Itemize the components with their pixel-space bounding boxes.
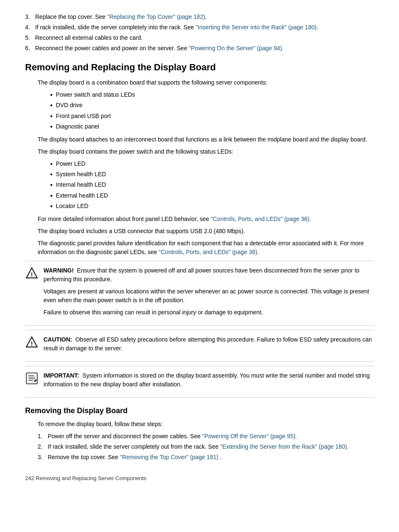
list-num: 6. bbox=[25, 44, 35, 53]
list-text: Reconnect all external cables to the car… bbox=[35, 33, 143, 42]
section1-body: The display board is a combination board… bbox=[25, 78, 374, 257]
link-controls-ports-leds2[interactable]: "Controls, Ports, and LEDs" (page 36). bbox=[159, 249, 259, 255]
bullet-item: Front panel USB port bbox=[50, 112, 374, 121]
important-box: IMPORTANT: System information is stored … bbox=[25, 366, 374, 398]
section1-para4: For more detailed information about fron… bbox=[38, 215, 374, 224]
list-num: 3. bbox=[25, 13, 35, 21]
caution-text: CAUTION: Observe all ESD safety precauti… bbox=[43, 335, 374, 353]
warning-content: WARNING! Ensure that the system is power… bbox=[43, 266, 374, 320]
caution-icon: ! bbox=[25, 335, 38, 348]
link-extending-server[interactable]: "Extending the Server from the Rack" (pa… bbox=[220, 443, 348, 450]
link-removing-top-cover[interactable]: "Removing the Top Cover" (page 181) bbox=[120, 454, 218, 460]
bullet-item: Power LED bbox=[50, 159, 374, 169]
list-num: 1. bbox=[38, 432, 48, 441]
section2-heading: Removing the Display Board bbox=[25, 405, 374, 416]
caution-triangle-icon: ! bbox=[26, 336, 38, 348]
bullet-item: DVD drive bbox=[50, 101, 374, 110]
section2-para1: To remove the display board, follow thes… bbox=[38, 420, 374, 429]
link-inserting-server[interactable]: "Inserting the Server into the Rack" (pa… bbox=[196, 24, 318, 31]
warning-text1: WARNING! Ensure that the system is power… bbox=[43, 266, 374, 284]
bullet-item: Internal health LED bbox=[50, 180, 374, 190]
section2-steps: 1. Power off the server and disconnect t… bbox=[38, 432, 374, 462]
svg-text:!: ! bbox=[31, 271, 33, 278]
bullets1: Power switch and status LEDs DVD drive F… bbox=[50, 90, 374, 132]
list-text: Remove the top cover. See "Removing the … bbox=[48, 453, 222, 462]
list-item: 6. Reconnect the power cables and power … bbox=[25, 44, 374, 53]
list-text: If rack installed, slide the server comp… bbox=[35, 23, 318, 32]
bullet-item: System health LED bbox=[50, 170, 374, 179]
important-note-icon bbox=[26, 372, 38, 385]
list-item: 3. Remove the top cover. See "Removing t… bbox=[38, 453, 374, 462]
list-item: 4. If rack installed, slide the server c… bbox=[25, 23, 374, 32]
bullets2: Power LED System health LED Internal hea… bbox=[50, 159, 374, 211]
caution-box: ! CAUTION: Observe all ESD safety precau… bbox=[25, 330, 374, 362]
section1-para2: The display board attaches to an interco… bbox=[38, 135, 374, 144]
link-powering-on[interactable]: "Powering On the Server" (page 94). bbox=[189, 45, 284, 51]
important-content: IMPORTANT: System information is stored … bbox=[43, 371, 374, 392]
section1-para1: The display board is a combination board… bbox=[38, 78, 374, 87]
list-item: 3. Replace the top cover. See "Replacing… bbox=[25, 13, 374, 21]
warning-label: WARNING! bbox=[43, 267, 74, 274]
list-text: Reconnect the power cables and power on … bbox=[35, 44, 284, 53]
svg-text:!: ! bbox=[31, 340, 33, 347]
list-num: 5. bbox=[25, 33, 35, 42]
bullet-item: Diagnostic panel bbox=[50, 122, 374, 131]
section1-heading: Removing and Replacing the Display Board bbox=[25, 60, 374, 74]
section2-body: To remove the display board, follow thes… bbox=[25, 420, 374, 462]
important-label: IMPORTANT: bbox=[43, 372, 79, 379]
list-item: 5. Reconnect all external cables to the … bbox=[25, 33, 374, 42]
section1-para5: The display board includes a USB connect… bbox=[38, 227, 374, 236]
section1-para3: The display board contains the power swi… bbox=[38, 147, 374, 156]
list-item: 2. If rack installed, slide the server c… bbox=[38, 442, 374, 451]
intro-list: 3. Replace the top cover. See "Replacing… bbox=[25, 13, 374, 53]
list-text: Replace the top cover. See "Replacing th… bbox=[35, 13, 207, 21]
bullet-item: Power switch and status LEDs bbox=[50, 90, 374, 100]
caution-label: CAUTION: bbox=[43, 336, 72, 343]
bullet-item: External health LED bbox=[50, 191, 374, 200]
section1-para6: The diagnostic panel provides failure id… bbox=[38, 239, 374, 257]
warning-icon: ! bbox=[25, 266, 38, 279]
list-item: 1. Power off the server and disconnect t… bbox=[38, 432, 374, 441]
page-content: 3. Replace the top cover. See "Replacing… bbox=[25, 13, 374, 482]
warning-text3: Failure to observe this warning can resu… bbox=[43, 308, 374, 317]
link-powering-off[interactable]: "Powering Off the Server" (page 95). bbox=[202, 433, 297, 439]
link-replacing-top-cover[interactable]: "Replacing the Top Cover" (page 182). bbox=[107, 13, 207, 20]
caution-content: CAUTION: Observe all ESD safety precauti… bbox=[43, 335, 374, 356]
list-num: 3. bbox=[38, 453, 48, 462]
bullet-item: Locator LED bbox=[50, 202, 374, 211]
warning-triangle-icon: ! bbox=[26, 267, 38, 279]
svg-rect-4 bbox=[26, 373, 37, 384]
list-num: 2. bbox=[38, 442, 48, 451]
warning-box: ! WARNING! Ensure that the system is pow… bbox=[25, 261, 374, 326]
page-footer: 242 Removing and Replacing Server Compon… bbox=[25, 474, 374, 483]
important-icon bbox=[25, 371, 38, 385]
list-num: 4. bbox=[25, 23, 35, 32]
warning-text2: Voltages are present at various location… bbox=[43, 287, 374, 305]
important-text: IMPORTANT: System information is stored … bbox=[43, 371, 374, 389]
link-controls-ports-leds1[interactable]: "Controls, Ports, and LEDs" (page 36). bbox=[211, 216, 311, 222]
list-text: Power off the server and disconnect the … bbox=[48, 432, 297, 441]
list-text: If rack installed, slide the server comp… bbox=[48, 442, 349, 451]
